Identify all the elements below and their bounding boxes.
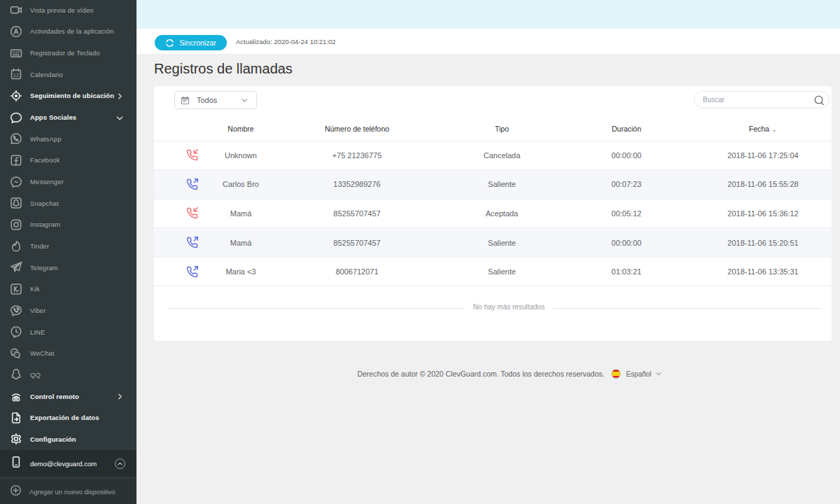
svg-text:12: 12 [13,72,19,78]
